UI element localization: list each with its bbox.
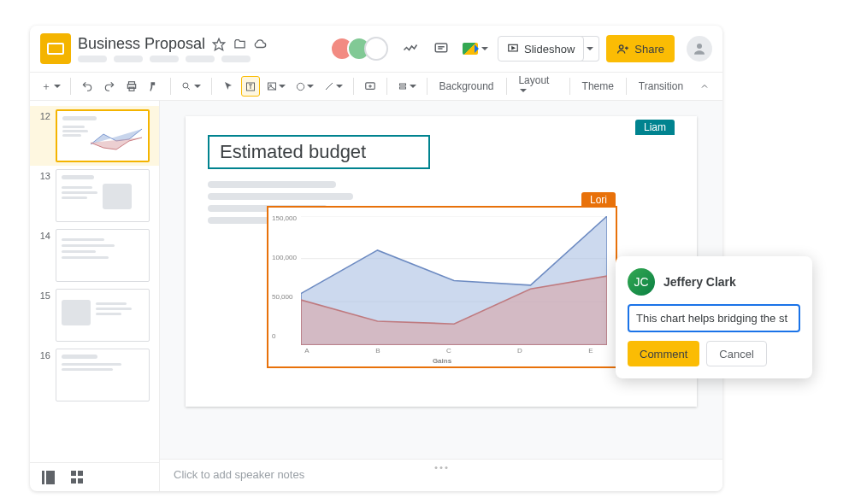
slide-thumb[interactable]: 13 xyxy=(30,166,159,226)
slide-thumb[interactable]: 15 xyxy=(30,285,159,345)
collaborator-avatars[interactable] xyxy=(337,37,388,61)
collapse-toolbar-button[interactable] xyxy=(695,76,714,97)
collaborator-tag-lori: Lori xyxy=(581,192,616,208)
star-icon[interactable] xyxy=(212,38,226,51)
add-comment-button[interactable] xyxy=(361,76,380,97)
doc-title[interactable]: Business Proposal xyxy=(78,35,205,53)
slide-thumb[interactable]: 14 xyxy=(30,226,159,285)
zoom-button[interactable] xyxy=(178,76,204,97)
slideshow-dropdown[interactable] xyxy=(581,36,599,62)
move-icon[interactable] xyxy=(233,38,246,51)
svg-rect-26 xyxy=(399,87,405,89)
comment-popover: JC Jeffery Clark This chart helps bridgi… xyxy=(616,256,812,378)
slide-thumb[interactable]: 16 xyxy=(30,345,159,405)
meet-icon[interactable] xyxy=(460,37,491,61)
grid-view-icon[interactable] xyxy=(71,471,85,484)
svg-point-6 xyxy=(620,44,623,48)
slide-panel: 12 13 14 15 xyxy=(30,101,160,491)
menu-bar[interactable] xyxy=(78,56,330,62)
commenter-name: Jeffery Clark xyxy=(663,275,736,289)
svg-rect-1 xyxy=(435,44,447,52)
toolbar: ＋ Background Layout Theme Transition xyxy=(30,72,722,101)
slides-logo[interactable] xyxy=(40,33,71,64)
chart-xlabel: Gains xyxy=(433,357,451,365)
cloud-status-icon[interactable] xyxy=(253,38,267,51)
print-button[interactable] xyxy=(122,76,141,97)
share-label: Share xyxy=(634,43,664,56)
theme-button[interactable]: Theme xyxy=(577,80,619,92)
resize-grip-icon[interactable] xyxy=(435,466,448,469)
comment-submit-button[interactable]: Comment xyxy=(628,341,699,366)
svg-point-13 xyxy=(183,83,188,88)
slideshow-label: Slideshow xyxy=(524,43,575,56)
comment-input[interactable]: This chart helps bridging the st xyxy=(628,304,800,332)
title-textbox[interactable]: Liam Estimated budget xyxy=(208,135,430,169)
activity-icon[interactable] xyxy=(398,37,422,61)
redo-button[interactable] xyxy=(100,76,119,97)
comments-icon[interactable] xyxy=(429,37,453,61)
share-button[interactable]: Share xyxy=(606,35,675,62)
new-slide-button[interactable]: ＋ xyxy=(38,76,63,97)
filmstrip-view-icon[interactable] xyxy=(42,471,56,484)
svg-rect-25 xyxy=(399,84,405,85)
paint-format-button[interactable] xyxy=(144,76,163,97)
transition-button[interactable]: Transition xyxy=(634,80,688,92)
shape-tool[interactable] xyxy=(292,76,317,97)
collaborator-tag-liam: Liam xyxy=(635,120,675,135)
svg-marker-5 xyxy=(512,47,515,50)
textbox-tool[interactable] xyxy=(241,76,260,97)
svg-line-14 xyxy=(187,87,189,89)
account-avatar[interactable] xyxy=(687,36,712,62)
svg-point-9 xyxy=(697,44,702,49)
slide-title: Estimated budget xyxy=(220,141,366,163)
chart-object[interactable]: Lori 150,000 100,000 50,000 0 xyxy=(267,206,617,368)
align-button[interactable] xyxy=(394,76,420,97)
slideshow-button[interactable]: Slideshow xyxy=(498,36,584,62)
title-bar: Business Proposal xyxy=(30,26,722,72)
undo-button[interactable] xyxy=(78,76,97,97)
comment-cancel-button[interactable]: Cancel xyxy=(706,341,766,366)
svg-point-20 xyxy=(297,83,304,90)
image-tool[interactable] xyxy=(263,76,289,97)
background-button[interactable]: Background xyxy=(433,80,498,92)
commenter-avatar: JC xyxy=(628,268,655,296)
svg-line-21 xyxy=(326,83,333,90)
select-tool[interactable] xyxy=(219,76,238,97)
slide-thumb[interactable]: 12 xyxy=(30,106,159,166)
layout-button[interactable]: Layout xyxy=(513,74,562,98)
svg-marker-0 xyxy=(213,38,224,50)
line-tool[interactable] xyxy=(321,76,346,97)
speaker-notes[interactable]: Click to add speaker notes xyxy=(160,459,722,491)
chart-plot-area xyxy=(301,216,607,345)
